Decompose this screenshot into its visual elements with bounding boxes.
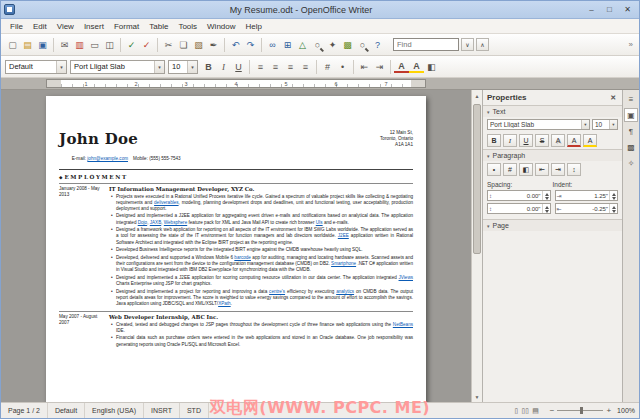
zoom-track[interactable] [557, 410, 603, 411]
sidebar-numbering-button[interactable]: # [503, 163, 517, 176]
page-section-header[interactable]: ▾ Page [483, 219, 622, 231]
spacing-above-input[interactable]: ↕ 0.00" [487, 190, 551, 201]
menu-item[interactable]: Tools [173, 21, 202, 32]
chevron-down-icon[interactable]: ▾ [187, 61, 197, 73]
scroll-up-icon[interactable]: ▲ [472, 90, 482, 101]
view-multi-page-icon[interactable]: ▯▯ [521, 407, 529, 415]
scroll-down-icon[interactable]: ▼ [472, 391, 482, 402]
open-icon[interactable]: ▤ [20, 37, 35, 52]
copy-icon[interactable]: ❏ [176, 37, 191, 52]
find-replace-icon[interactable]: ○ [310, 37, 325, 52]
underline-icon[interactable]: U [231, 59, 246, 74]
justify-icon[interactable]: ≡ [298, 59, 313, 74]
zoom-level[interactable]: 100% [617, 407, 639, 414]
background-color-icon[interactable]: ◧ [424, 59, 439, 74]
document-hyperlink[interactable]: JViews [399, 275, 413, 280]
bold-icon[interactable]: B [201, 59, 216, 74]
sidebar-strikethrough-button[interactable]: S [535, 134, 549, 147]
spacing-below-input[interactable]: ↕ 0.00" [487, 203, 551, 214]
document-hyperlink[interactable]: deliverables [154, 200, 179, 205]
document-hyperlink[interactable]: centre's [269, 289, 285, 294]
email-icon[interactable]: ✉ [57, 37, 72, 52]
align-right-icon[interactable]: ≡ [283, 59, 298, 74]
status-page[interactable]: Page 1 / 2 [1, 403, 48, 418]
menu-item[interactable]: View [52, 21, 79, 32]
paragraph-style-select[interactable]: Default ▾ [5, 60, 67, 74]
new-document-icon[interactable]: ▢ [5, 37, 20, 52]
paragraph-section-header[interactable]: ▾ Paragraph [483, 149, 622, 161]
vertical-scrollbar[interactable]: ▲ ▼ [471, 90, 482, 402]
undo-icon[interactable]: ↶ [228, 37, 243, 52]
bullets-icon[interactable]: • [335, 59, 350, 74]
autospellcheck-icon[interactable]: ✓ [139, 37, 154, 52]
font-color-icon[interactable]: A [394, 60, 409, 73]
gallery-icon[interactable]: ▩ [340, 37, 355, 52]
text-section-header[interactable]: ▾ Text [483, 105, 622, 117]
document-page[interactable]: John Doe 12 Main St,Toronto, OntarioA1A … [46, 96, 426, 402]
zoom-slider[interactable]: − + [544, 406, 617, 415]
chevron-down-icon[interactable]: ▾ [56, 61, 66, 73]
status-selection-mode[interactable]: STD [180, 403, 209, 418]
sidebar-highlight-button[interactable]: A [583, 134, 597, 147]
draw-functions-icon[interactable]: △ [295, 37, 310, 52]
sidebar-shadow-button[interactable]: A [551, 134, 565, 147]
email-link[interactable]: john@example.com [87, 156, 128, 161]
italic-icon[interactable]: I [216, 59, 231, 74]
spin-arrows[interactable] [609, 204, 617, 213]
menu-item[interactable]: Edit [28, 21, 52, 32]
align-center-icon[interactable]: ≡ [268, 59, 283, 74]
document-hyperlink[interactable]: NetBeans [393, 322, 413, 327]
sidebar-bg-color-button[interactable]: ◧ [519, 163, 533, 176]
find-previous-button[interactable]: ∧ [476, 38, 489, 51]
view-single-page-icon[interactable]: ▯ [515, 407, 519, 415]
menu-item[interactable]: Table [144, 21, 173, 32]
status-language[interactable]: English (USA) [85, 403, 144, 418]
page-preview-icon[interactable]: ◫ [102, 37, 117, 52]
save-icon[interactable]: ▣ [35, 37, 50, 52]
document-hyperlink[interactable]: J2EE [338, 233, 349, 238]
spin-arrows[interactable] [542, 204, 550, 213]
tab-properties-icon[interactable]: ▣ [624, 108, 638, 122]
spellcheck-icon[interactable]: ✓ [124, 37, 139, 52]
sidebar-underline-button[interactable]: U [519, 134, 533, 147]
decrease-indent-icon[interactable]: ⇤ [357, 59, 372, 74]
minimize-button[interactable]: – [583, 3, 600, 16]
indent-first-line-input[interactable]: ⇤ -0.25" [555, 203, 619, 214]
sidebar-font-color-button[interactable]: A [567, 134, 581, 147]
menu-item[interactable]: File [5, 21, 28, 32]
maximize-button[interactable]: □ [601, 3, 618, 16]
tab-gallery-icon[interactable]: ▩ [624, 140, 638, 154]
spin-arrows[interactable] [542, 191, 550, 200]
sidebar-font-name-select[interactable]: Port Lligat Slab ▾ [487, 119, 590, 130]
find-next-button[interactable]: ∨ [461, 38, 474, 51]
document-hyperlink[interactable]: JAXB [150, 220, 162, 225]
paste-icon[interactable]: ▧ [191, 37, 206, 52]
zoom-icon[interactable]: ○ [355, 37, 370, 52]
export-pdf-icon[interactable]: ▥ [72, 37, 87, 52]
title-bar[interactable]: My Resume.odt - OpenOffice Writer – □ ✕ [1, 1, 639, 19]
cut-icon[interactable]: ✂ [161, 37, 176, 52]
menu-item[interactable]: Insert [79, 21, 109, 32]
document-hyperlink[interactable]: barcode [234, 255, 251, 260]
toolbar-overflow-icon[interactable]: » [627, 40, 635, 49]
sidebar-bullets-button[interactable]: • [487, 163, 501, 176]
document-hyperlink[interactable]: Dojo [138, 220, 147, 225]
sidebar-increase-indent-button[interactable]: ⇥ [551, 163, 565, 176]
font-name-select[interactable]: Port Lligat Slab ▾ [70, 60, 165, 74]
increase-indent-icon[interactable]: ⇥ [372, 59, 387, 74]
tab-navigator-icon[interactable]: ✧ [624, 156, 638, 170]
sidebar-decrease-indent-button[interactable]: ⇤ [535, 163, 549, 176]
close-sidebar-icon[interactable]: ✕ [608, 94, 618, 102]
document-hyperlink[interactable]: UIs [316, 220, 323, 225]
document-hyperlink[interactable]: XPath [218, 301, 231, 306]
menu-item[interactable]: Format [109, 21, 144, 32]
sidebar-font-size-select[interactable]: 10 ▾ [592, 119, 618, 130]
sidebar-italic-button[interactable]: I [503, 134, 517, 147]
align-left-icon[interactable]: ≡ [253, 59, 268, 74]
hyperlink-icon[interactable]: ∞ [265, 37, 280, 52]
chevron-down-icon[interactable]: ▾ [581, 120, 589, 129]
format-paintbrush-icon[interactable]: ✒ [206, 37, 221, 52]
highlighting-icon[interactable]: A [409, 60, 424, 73]
sidebar-line-spacing-button[interactable]: ↕ [567, 163, 581, 176]
numbering-icon[interactable]: # [320, 59, 335, 74]
